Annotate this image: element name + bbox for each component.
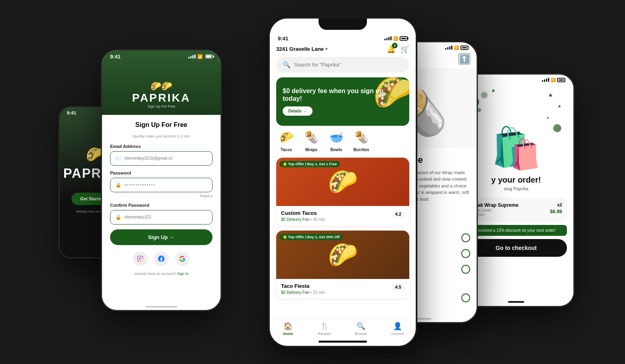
wifi-icon-4: 🛜 — [454, 46, 459, 50]
password-input[interactable] — [125, 183, 207, 187]
food-card-2[interactable]: ⭐ Top Offer | Buy 1, Get 20% Off 🌮 Taco … — [276, 231, 409, 299]
category-tacos[interactable]: 🌮 Tacos — [276, 131, 296, 153]
food-name-2: Taco Fiesta — [281, 283, 325, 289]
cart-icon: 🛒 — [400, 45, 409, 53]
order-item-price: $6.99 — [550, 209, 562, 214]
account-icon: 👤 — [393, 322, 402, 331]
svg-point-1 — [139, 258, 141, 260]
email-icon: ✉️ — [115, 156, 121, 161]
status-icons-4: 🛜 — [445, 46, 469, 50]
signal-3 — [384, 36, 392, 40]
nav-account[interactable]: 👤 Account — [379, 322, 416, 336]
recipes-icon: 🍴 — [320, 322, 329, 331]
confirm-password-label: Confirm Password — [110, 203, 212, 208]
search-input[interactable] — [294, 62, 403, 68]
signup-header-sub: Sign Up For Free — [132, 104, 191, 108]
offer-badge-2: ⭐ Top Offer | Buy 1, Get 20% Off — [279, 234, 343, 240]
radio-rice[interactable] — [461, 293, 470, 302]
wrap-icon: 🌯 — [301, 131, 321, 144]
home-indicator-5 — [508, 301, 524, 303]
lock-icon: 🔒 — [115, 182, 121, 188]
instagram-button[interactable] — [133, 252, 148, 266]
password-input-wrap: 🔒 — [110, 178, 212, 192]
share-button[interactable]: ⬆️ — [458, 53, 470, 64]
checkout-button[interactable]: Go to checkout — [465, 239, 567, 257]
cart-button[interactable]: 🛒 — [400, 45, 409, 54]
home-indicator-3 — [319, 341, 367, 343]
promo-details-button[interactable]: Details → — [283, 106, 312, 116]
nav-home-label: Home — [283, 332, 293, 336]
chevron-down-icon: ▾ — [325, 47, 327, 51]
social-icons — [110, 252, 212, 266]
nav-browse[interactable]: 🔍 Browse — [343, 322, 379, 336]
nav-browse-label: Browse — [355, 332, 367, 336]
time-3: 9:41 — [278, 35, 288, 42]
food-card-1[interactable]: ⭐ Top Offer | Buy 1, Get 1 Free 🌮 Custom… — [276, 158, 409, 226]
signup-header-title: PAPRIKA — [132, 92, 191, 104]
notch — [319, 19, 367, 30]
signal-5 — [542, 78, 549, 82]
nav-home[interactable]: 🏠 Home — [270, 322, 306, 336]
food-image-1: ⭐ Top Offer | Buy 1, Get 1 Free 🌮 — [276, 158, 409, 206]
order-title: y your order! — [491, 175, 541, 185]
svg-point-2 — [142, 257, 142, 257]
search-icon: 🔍 — [283, 61, 291, 69]
password-label: Password — [110, 171, 212, 175]
radio-large[interactable] — [461, 265, 470, 274]
radio-small[interactable] — [461, 233, 470, 242]
search-bar[interactable]: 🔍 — [276, 57, 409, 73]
phone-signup: 9:41 📶 🌮🌮 PAPRIKA — [101, 49, 222, 311]
browse-icon: 🔍 — [356, 322, 365, 331]
google-button[interactable] — [175, 252, 190, 266]
category-bowls[interactable]: 🥣 Bowls — [326, 131, 346, 153]
offer-badge-1: ⭐ Top Offer | Buy 1, Get 1 Free — [279, 161, 340, 167]
signup-button[interactable]: Sign Up → — [110, 229, 212, 245]
wifi-icon-3: 🛜 — [393, 36, 398, 41]
category-wraps[interactable]: 🌯 Wraps — [301, 131, 321, 153]
signup-subtitle: Quickly make your account in 1 min — [110, 134, 212, 138]
signal-2 — [188, 54, 196, 58]
topbar-icons: 🔔 2 🛒 — [387, 45, 409, 54]
location-selector[interactable]: 3241 Gravelle Lane ▾ — [276, 46, 327, 52]
status-icons-5: 🛜 — [542, 78, 565, 82]
status-icons-3: 🛜 — [384, 36, 408, 41]
signal-4 — [445, 46, 452, 50]
radio-medium[interactable] — [461, 249, 470, 258]
food-emoji-1: 🌮 — [328, 167, 358, 196]
wifi-icon-5: 🛜 — [551, 78, 556, 82]
status-bar-3: 9:41 🛜 — [270, 31, 416, 43]
home-icon: 🏠 — [283, 322, 292, 331]
home-indicator-2 — [145, 306, 177, 308]
forgot-password-link[interactable]: forgot p — [110, 194, 212, 198]
status-icons-2: 📶 — [188, 54, 212, 59]
delivery-time-2: • 25 min — [310, 290, 325, 295]
categories-list: 🌮 Tacos 🌯 Wraps 🥣 Bowls 🌯 Burritos — [270, 131, 416, 158]
nav-recipes[interactable]: 🍴 Recipes — [306, 322, 343, 336]
confirm-password-wrap: 🔒 — [110, 210, 212, 225]
status-bar-2: 9:41 📶 — [102, 50, 221, 61]
delivery-fee-1: $0 Delivery Fee — [281, 217, 309, 222]
phones-container: 9:41 🌮 PAPRIKA Get Started → Already hav… — [30, 9, 595, 356]
food-meta-2: $0 Delivery Fee • 25 min — [281, 290, 325, 295]
email-input-wrap: ✉️ — [110, 151, 212, 166]
sign-in-link[interactable]: Sign In — [177, 272, 188, 276]
shopping-bag-image: 🛍️ — [491, 125, 542, 172]
food-cards-list: ⭐ Top Offer | Buy 1, Get 1 Free 🌮 Custom… — [270, 158, 416, 318]
wifi-icon-2: 📶 — [197, 54, 203, 59]
order-item-card: Steak Wrap Supreme Spice Level:Medium x2… — [465, 198, 567, 222]
bowl-icon: 🥣 — [326, 131, 346, 144]
topbar-3: 3241 Gravelle Lane ▾ 🔔 2 🛒 — [270, 43, 416, 57]
phone-home: 9:41 🛜 3241 Gra — [268, 17, 417, 347]
nav-recipes-label: Recipes — [318, 332, 331, 336]
confirm-input[interactable] — [125, 215, 207, 219]
email-input[interactable] — [125, 156, 207, 160]
food-image-2: ⭐ Top Offer | Buy 1, Get 20% Off 🌮 — [276, 231, 409, 279]
notification-button[interactable]: 🔔 2 — [387, 45, 396, 54]
food-name-1: Custom Tacos — [281, 210, 325, 216]
category-burritos[interactable]: 🌯 Burritos — [351, 131, 371, 153]
burrito-icon: 🌯 — [351, 131, 371, 144]
facebook-button[interactable] — [154, 252, 169, 266]
notification-badge: 2 — [392, 43, 398, 48]
already-account-footer: Already have an account? Sign In — [110, 272, 212, 276]
promo-banner: $0 delivery fee when you sign up today! … — [276, 77, 409, 126]
